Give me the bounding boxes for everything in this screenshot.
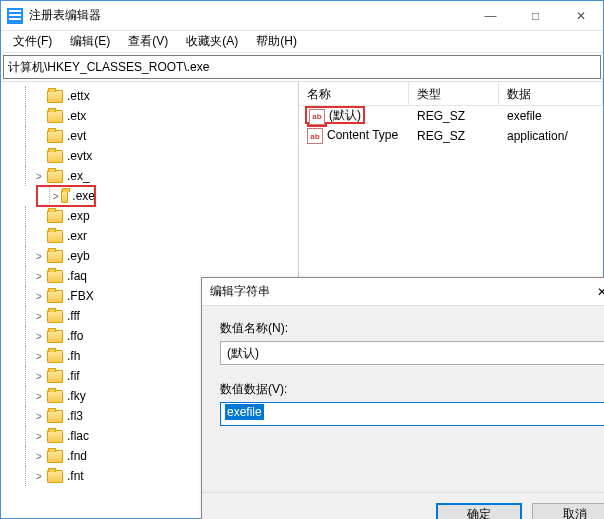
edit-string-dialog: 编辑字符串 ✕ 数值名称(N): (默认) 数值数据(V): exefile 确… — [201, 277, 604, 519]
expand-icon[interactable]: > — [33, 431, 45, 442]
app-icon — [7, 8, 23, 24]
tree-item-label: .exe — [72, 189, 95, 203]
menu-favorites[interactable]: 收藏夹(A) — [178, 31, 246, 52]
folder-icon — [47, 390, 63, 403]
value-type: REG_SZ — [409, 109, 499, 123]
string-value-icon: ab — [309, 109, 325, 125]
expand-icon[interactable]: > — [33, 171, 45, 182]
folder-icon — [47, 130, 63, 143]
tree-item-label: .FBX — [67, 289, 94, 303]
tree-item-label: .fl3 — [67, 409, 83, 423]
folder-icon — [47, 270, 63, 283]
list-row[interactable]: ab(默认)REG_SZexefile — [299, 106, 603, 126]
close-button[interactable]: ✕ — [558, 1, 603, 31]
tree-item[interactable]: .exr — [1, 226, 298, 246]
minimize-button[interactable]: — — [468, 1, 513, 31]
tree-item-label: .flac — [67, 429, 89, 443]
value-data-input[interactable]: exefile — [220, 402, 604, 426]
folder-icon — [47, 170, 63, 183]
dialog-button-row: 确定 取消 — [202, 492, 604, 519]
list-row[interactable]: abContent TypeREG_SZapplication/ — [299, 126, 603, 146]
tree-item[interactable]: .exp — [1, 206, 298, 226]
value-name: (默认) — [329, 108, 361, 122]
cancel-button[interactable]: 取消 — [532, 503, 604, 520]
expand-icon[interactable]: > — [33, 471, 45, 482]
tree-item-label: .evt — [67, 129, 86, 143]
tree-item-label: .ettx — [67, 89, 90, 103]
expand-icon[interactable]: > — [33, 291, 45, 302]
folder-icon — [47, 430, 63, 443]
value-name-label: 数值名称(N): — [220, 320, 604, 337]
tree-item[interactable]: >.ex_ — [1, 166, 298, 186]
tree-item[interactable]: .evt — [1, 126, 298, 146]
folder-icon — [47, 230, 63, 243]
tree-item[interactable]: .ettx — [1, 86, 298, 106]
regedit-window: 注册表编辑器 — □ ✕ 文件(F) 编辑(E) 查看(V) 收藏夹(A) 帮助… — [0, 0, 604, 519]
folder-icon — [47, 370, 63, 383]
tree-item-label: .fnd — [67, 449, 87, 463]
value-data: exefile — [499, 109, 603, 123]
value-name-field: (默认) — [220, 341, 604, 365]
list-header: 名称 类型 数据 — [299, 82, 603, 106]
tree-item-label: .fif — [67, 369, 80, 383]
value-name: Content Type — [327, 128, 398, 142]
expand-icon[interactable]: > — [33, 391, 45, 402]
dialog-body: 数值名称(N): (默认) 数值数据(V): exefile — [202, 306, 604, 492]
menubar: 文件(F) 编辑(E) 查看(V) 收藏夹(A) 帮助(H) — [1, 31, 603, 53]
value-data: application/ — [499, 129, 603, 143]
menu-edit[interactable]: 编辑(E) — [62, 31, 118, 52]
value-data-selection: exefile — [225, 404, 264, 420]
menu-help[interactable]: 帮助(H) — [248, 31, 305, 52]
tree-item-label: .fff — [67, 309, 80, 323]
expand-icon[interactable]: > — [33, 311, 45, 322]
maximize-button[interactable]: □ — [513, 1, 558, 31]
folder-icon — [47, 410, 63, 423]
list-rows: ab(默认)REG_SZexefileabContent TypeREG_SZa… — [299, 106, 603, 146]
col-header-name[interactable]: 名称 — [299, 82, 409, 105]
ok-button[interactable]: 确定 — [436, 503, 522, 520]
col-header-type[interactable]: 类型 — [409, 82, 499, 105]
folder-icon — [47, 450, 63, 463]
expand-icon[interactable]: > — [33, 271, 45, 282]
tree-item-label: .exp — [67, 209, 90, 223]
dialog-titlebar[interactable]: 编辑字符串 ✕ — [202, 278, 604, 306]
address-text: 计算机\HKEY_CLASSES_ROOT\.exe — [8, 59, 209, 76]
folder-icon — [47, 210, 63, 223]
folder-icon — [61, 190, 69, 203]
tree-item[interactable]: .evtx — [1, 146, 298, 166]
folder-icon — [47, 290, 63, 303]
string-value-icon: ab — [307, 128, 323, 144]
tree-item-label: .ffo — [67, 329, 83, 343]
folder-icon — [47, 470, 63, 483]
folder-icon — [47, 150, 63, 163]
tree-item-label: .fh — [67, 349, 80, 363]
folder-icon — [47, 330, 63, 343]
expand-icon[interactable]: > — [33, 451, 45, 462]
tree-item-label: .ex_ — [67, 169, 90, 183]
folder-icon — [47, 350, 63, 363]
tree-item-label: .etx — [67, 109, 86, 123]
expand-icon[interactable]: > — [53, 191, 59, 202]
menu-view[interactable]: 查看(V) — [120, 31, 176, 52]
value-type: REG_SZ — [409, 129, 499, 143]
expand-icon[interactable]: > — [33, 351, 45, 362]
expand-icon[interactable]: > — [33, 411, 45, 422]
expand-icon[interactable]: > — [33, 331, 45, 342]
tree-item[interactable]: .etx — [1, 106, 298, 126]
expand-icon[interactable]: > — [33, 371, 45, 382]
tree-item-label: .evtx — [67, 149, 92, 163]
content-area: .ettx.etx.evt.evtx>.ex_>.exe.exp.exr>.ey… — [1, 81, 603, 518]
value-data-label: 数值数据(V): — [220, 381, 604, 398]
folder-icon — [47, 250, 63, 263]
address-bar[interactable]: 计算机\HKEY_CLASSES_ROOT\.exe — [3, 55, 601, 79]
window-title: 注册表编辑器 — [29, 7, 468, 24]
dialog-close-button[interactable]: ✕ — [582, 285, 604, 299]
tree-item[interactable]: >.exe — [37, 186, 95, 206]
col-header-data[interactable]: 数据 — [499, 82, 603, 105]
folder-icon — [47, 310, 63, 323]
menu-file[interactable]: 文件(F) — [5, 31, 60, 52]
titlebar[interactable]: 注册表编辑器 — □ ✕ — [1, 1, 603, 31]
dialog-title: 编辑字符串 — [210, 283, 270, 300]
tree-item[interactable]: >.eyb — [1, 246, 298, 266]
expand-icon[interactable]: > — [33, 251, 45, 262]
